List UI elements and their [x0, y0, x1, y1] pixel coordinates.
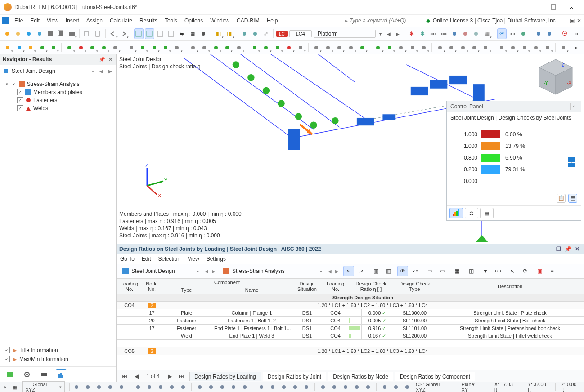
close-button[interactable] — [562, 1, 580, 13]
result-row[interactable]: 17 Fastener End Plate 1 | Fasteners 1 | … — [117, 325, 584, 332]
load-case-next-button[interactable]: ▶ — [394, 31, 401, 36]
status-tool-24[interactable] — [363, 383, 373, 392]
status-tool-21[interactable] — [329, 383, 339, 392]
section-toggle[interactable] — [545, 28, 554, 39]
results-analysis-prev[interactable]: ◀ — [327, 269, 332, 274]
tool2-19[interactable]: ▾ — [234, 42, 243, 53]
zoom-extents-button[interactable]: ⤢ — [261, 28, 270, 39]
status-tool-27[interactable] — [402, 383, 412, 392]
tool2-44[interactable]: ▾ — [542, 42, 552, 53]
status-tool-17[interactable] — [279, 383, 289, 392]
results-export-button[interactable]: ▣ — [534, 266, 545, 276]
save-all-button[interactable] — [56, 28, 66, 39]
load-case-prev-button[interactable]: ◀ — [385, 31, 392, 36]
isometric-view-button[interactable] — [239, 28, 249, 39]
results-pointer-button[interactable]: ↖ — [507, 266, 518, 276]
mdi-minimize-button[interactable]: – — [562, 18, 568, 24]
status-tool-0[interactable] — [72, 383, 81, 392]
col-loading-no-2[interactable]: Loading No. — [322, 279, 349, 294]
results-design-combo[interactable]: Steel Joint Design ▾ — [119, 267, 202, 276]
numbers-toggle[interactable]: xxx — [439, 28, 449, 39]
legend-range-slider[interactable] — [568, 156, 575, 168]
combo-co4[interactable]: CO421.20 * LC1 + 1.60 * LC2 + 1.60 * LC3… — [117, 302, 584, 309]
status-tool-1[interactable] — [83, 383, 93, 392]
cp-settings-button[interactable]: ▤ — [568, 194, 577, 203]
cloud-button[interactable] — [24, 28, 34, 39]
status-tool-3[interactable] — [105, 383, 115, 392]
tool2-21[interactable]: ▾ — [261, 42, 271, 53]
save-button[interactable] — [45, 28, 55, 39]
paste-button[interactable] — [93, 28, 103, 39]
sheet-tab-3[interactable]: Design Ratios by Component — [395, 372, 475, 381]
results-values-button[interactable]: x.x — [410, 266, 421, 276]
load-case-name[interactable]: Platform — [314, 30, 376, 38]
results-menu-selection[interactable]: Selection — [158, 256, 180, 262]
view-panel-4-button[interactable] — [166, 28, 176, 39]
tree-item-welds[interactable]: ✓ Welds — [2, 104, 114, 112]
status-tool-12[interactable] — [217, 383, 227, 392]
result-row[interactable]: Weld End Plate 1 | Weld 3 DS1 CO4 0.167✓… — [117, 332, 584, 340]
cp-tab-filter[interactable]: ▤ — [480, 208, 494, 218]
script-button[interactable] — [198, 28, 208, 39]
tool2-43[interactable]: ▾ — [531, 42, 541, 53]
tree-collapse-icon[interactable]: ▾ — [4, 82, 9, 86]
tool2-39[interactable]: ▾ — [481, 42, 490, 53]
minimize-button[interactable] — [526, 1, 544, 13]
tool2-31[interactable]: ▾ — [385, 42, 395, 53]
status-tool-8[interactable] — [167, 383, 177, 392]
results-combo-next[interactable]: ▶ — [211, 269, 216, 274]
tree-checkbox[interactable]: ✓ — [17, 105, 23, 111]
tool2-24[interactable]: ▾ — [296, 42, 305, 53]
view-panel-3-button[interactable] — [156, 28, 165, 39]
open-file-button[interactable] — [13, 28, 23, 39]
status-tool-22[interactable] — [341, 383, 350, 392]
tool2-10[interactable]: ▾ — [126, 42, 136, 53]
status-tool-6[interactable] — [144, 383, 154, 392]
tool2-36[interactable]: ▾ — [446, 42, 456, 53]
animate-button[interactable]: ⦿ — [560, 28, 569, 39]
sheet-last-button[interactable]: ⏭ — [176, 371, 187, 382]
status-tool-15[interactable] — [256, 383, 266, 392]
print-button[interactable]: ▾ — [67, 28, 76, 39]
keyword-input[interactable] — [349, 17, 422, 24]
tool2-40[interactable]: ▾ — [497, 42, 507, 53]
status-tool-23[interactable] — [352, 383, 362, 392]
results-menu-go to[interactable]: Go To — [120, 256, 135, 262]
tool2-15[interactable]: ▾ — [188, 42, 198, 53]
axes-toggle[interactable]: xxx — [428, 28, 438, 39]
tool2-5[interactable]: ▾ — [64, 42, 74, 53]
menu-calculate[interactable]: Calculate — [106, 16, 136, 26]
diagram-button[interactable]: ⇆ — [177, 28, 186, 39]
tool2-34[interactable]: ▾ — [419, 42, 429, 53]
tool2-0[interactable]: ▾ — [3, 42, 13, 53]
undo-button[interactable]: ▾ — [108, 28, 117, 39]
sheet-tab-0[interactable]: Design Ratios by Loading — [189, 372, 261, 381]
results-close-button[interactable]: ✕ — [573, 246, 581, 252]
keyword-search[interactable]: ▸ — [344, 17, 422, 24]
nav-tab-views-icon[interactable] — [39, 369, 49, 380]
status-tool-19[interactable] — [301, 383, 311, 392]
navigator-design-dropdown-icon[interactable]: ▾ — [90, 69, 95, 74]
tool2-28[interactable]: ▾ — [346, 42, 355, 53]
sections-toggle[interactable] — [450, 28, 459, 39]
view-panel-2-button[interactable] — [145, 28, 154, 39]
menu-edit[interactable]: Edit — [27, 16, 43, 26]
tool2-11[interactable]: ▾ — [138, 42, 148, 53]
sheet-tab-1[interactable]: Design Ratios by Joint — [263, 372, 326, 381]
results-dock-button[interactable]: ❐ — [554, 246, 563, 252]
tool2-3[interactable]: ▾ — [37, 42, 47, 53]
tool2-38[interactable]: ▾ — [469, 42, 479, 53]
tool2-13[interactable]: ▾ — [161, 42, 171, 53]
tool2-33[interactable]: ▾ — [408, 42, 418, 53]
status-tool-10[interactable] — [195, 383, 205, 392]
tool2-20[interactable]: ▾ — [250, 42, 260, 53]
overflow-button[interactable]: » — [572, 28, 581, 39]
view-panel-1-button[interactable] — [134, 28, 144, 39]
results-grid[interactable]: Loading No. Node No. Component Design Si… — [117, 278, 584, 370]
overflow-button-2[interactable]: » — [571, 42, 581, 53]
tool2-45[interactable]: ▾ — [558, 42, 568, 53]
results-analysis-combo[interactable]: Stress-Strain Analysis ▾ — [220, 267, 325, 276]
spreadsheet-button[interactable]: ▦ — [188, 28, 197, 39]
navigator-next-button[interactable]: ▶ — [107, 69, 113, 74]
status-tool-7[interactable] — [156, 383, 166, 392]
